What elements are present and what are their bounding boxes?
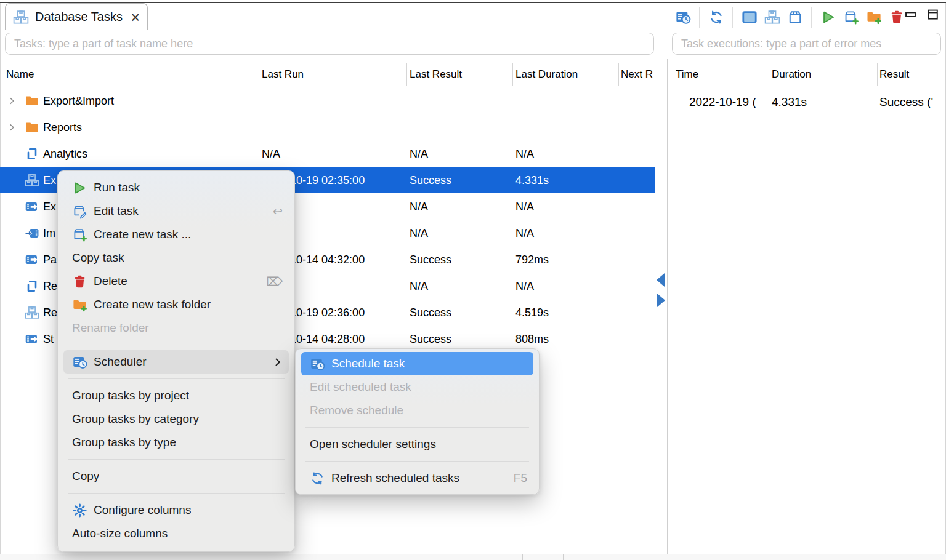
menu-item-label: Create new task ... — [94, 228, 191, 241]
boxes-icon — [25, 305, 39, 320]
header-separator — [877, 63, 878, 86]
import-icon — [25, 226, 39, 241]
tab-close-icon[interactable]: × — [131, 10, 140, 24]
scheduler-view-icon[interactable] — [674, 9, 691, 26]
menu-item-copy-task[interactable]: Copy task — [63, 246, 289, 270]
menu-separator — [68, 459, 285, 460]
menu-item-auto-size-columns[interactable]: Auto-size columns — [63, 522, 289, 545]
task-name: Im — [43, 226, 55, 239]
database-tasks-icon — [13, 9, 29, 25]
menu-item-edit-scheduled-task: Edit scheduled task — [301, 375, 533, 399]
task-last-result: N/A — [410, 226, 428, 239]
task-last-result: Success — [410, 253, 451, 266]
task-name: Pa — [43, 253, 57, 266]
menu-item-copy[interactable]: Copy — [63, 465, 289, 488]
collapse-left-arrow-icon[interactable] — [657, 273, 665, 287]
menu-item-scheduler[interactable]: Scheduler — [63, 350, 289, 374]
toolbar-separator — [699, 7, 700, 28]
execution-row[interactable]: 2022-10-19 (4.331sSuccess (' — [667, 87, 946, 116]
menu-item-run-task[interactable]: Run task — [63, 176, 289, 199]
menu-separator — [68, 493, 285, 494]
menu-item-open-scheduler-settings[interactable]: Open scheduler settings — [301, 433, 533, 456]
play-icon — [72, 180, 87, 196]
menu-item-delete[interactable]: Delete⌦ — [63, 270, 289, 293]
header-separator — [259, 63, 259, 86]
tab-database-tasks[interactable]: Database Tasks × — [5, 3, 148, 30]
export-icon — [25, 252, 39, 267]
task-last-result: N/A — [410, 279, 428, 292]
task-name: St — [43, 332, 54, 345]
menu-item-group-tasks-by-category[interactable]: Group tasks by category — [63, 407, 289, 431]
scheduler-icon — [72, 354, 87, 370]
expander-chevron-icon[interactable] — [7, 122, 17, 132]
column-header-name[interactable]: Name — [6, 68, 34, 81]
gear-icon — [72, 503, 87, 518]
menu-item-schedule-task[interactable]: Schedule task — [301, 352, 533, 375]
column-header-last-result[interactable]: Last Result — [410, 68, 462, 81]
menu-item-label: Edit scheduled task — [310, 380, 411, 394]
boxes-icon — [25, 173, 39, 188]
menu-item-group-tasks-by-project[interactable]: Group tasks by project — [63, 384, 289, 407]
script-icon — [25, 279, 39, 294]
menu-item-label: Delete — [94, 274, 127, 288]
export-icon — [25, 199, 39, 214]
tasks-table-header: NameLast RunLast ResultLast DurationNext… — [0, 62, 655, 87]
expander-chevron-icon[interactable] — [7, 96, 17, 106]
run-task-icon[interactable] — [820, 9, 836, 26]
menu-separator — [305, 461, 529, 462]
column-header-time[interactable]: Time — [676, 68, 698, 81]
task-row[interactable]: AnalyticsN/AN/AN/A — [0, 140, 655, 167]
collapse-right-arrow-icon[interactable] — [657, 294, 665, 307]
column-header-next-r[interactable]: Next R — [621, 68, 653, 81]
script-icon — [25, 146, 39, 161]
menu-shortcut: F5 — [514, 471, 527, 485]
delete-task-icon[interactable] — [888, 9, 905, 26]
menu-item-label: Remove schedule — [310, 404, 403, 417]
panel-divider-left[interactable] — [655, 59, 655, 554]
menu-item-create-new-task[interactable]: Create new task ... — [63, 223, 289, 246]
task-row[interactable]: Reports — [0, 114, 655, 140]
panel-divider-right[interactable] — [667, 59, 668, 554]
task-last-result: Success — [410, 332, 451, 345]
header-separator — [512, 63, 513, 86]
menu-item-group-tasks-by-type[interactable]: Group tasks by type — [63, 431, 289, 454]
refresh-icon[interactable] — [708, 9, 724, 26]
menu-item-label: Auto-size columns — [72, 527, 168, 540]
refresh-icon — [310, 471, 325, 486]
tasks-filter-input[interactable] — [5, 33, 654, 55]
panel-icon[interactable] — [741, 9, 758, 26]
maximize-icon[interactable] — [925, 7, 940, 22]
create-task-folder-icon[interactable] — [865, 9, 882, 26]
task-last-duration: N/A — [515, 147, 534, 160]
box-plus-icon — [72, 227, 87, 242]
menu-item-refresh-scheduled-tasks[interactable]: Refresh scheduled tasksF5 — [301, 466, 533, 490]
menu-item-label: Copy — [72, 470, 99, 483]
export-icon — [25, 332, 39, 346]
task-boxes-icon[interactable] — [764, 9, 780, 26]
task-box-icon[interactable] — [786, 9, 803, 26]
menu-item-configure-columns[interactable]: Configure columns — [63, 498, 289, 522]
menu-item-edit-task[interactable]: Edit task↩ — [63, 199, 289, 223]
executions-filter-input[interactable] — [672, 33, 941, 55]
column-header-last-duration[interactable]: Last Duration — [515, 68, 578, 81]
task-last-duration: 4.331s — [515, 174, 549, 186]
edit-box-icon — [72, 204, 87, 219]
task-last-run: N/A — [262, 147, 280, 160]
column-header-duration[interactable]: Duration — [772, 68, 811, 81]
folder-icon — [25, 94, 39, 108]
bottom-divider-tick — [563, 554, 564, 560]
column-header-last-run[interactable]: Last Run — [262, 68, 304, 81]
menu-shortcut: ↩ — [273, 204, 283, 218]
column-header-result[interactable]: Result — [879, 68, 909, 81]
minimize-icon[interactable] — [903, 7, 918, 22]
task-name: Ex — [43, 174, 56, 186]
header-separator — [769, 63, 769, 86]
bottom-divider-tick — [522, 554, 523, 560]
create-task-icon[interactable] — [843, 9, 859, 26]
execution-result: Success (' — [879, 95, 933, 109]
bottom-strip — [0, 554, 946, 560]
task-row[interactable]: Export&Import — [0, 87, 655, 114]
task-name: Export&Import — [43, 94, 114, 107]
menu-item-label: Open scheduler settings — [310, 438, 436, 451]
menu-item-create-new-task-folder[interactable]: Create new task folder — [63, 293, 289, 316]
